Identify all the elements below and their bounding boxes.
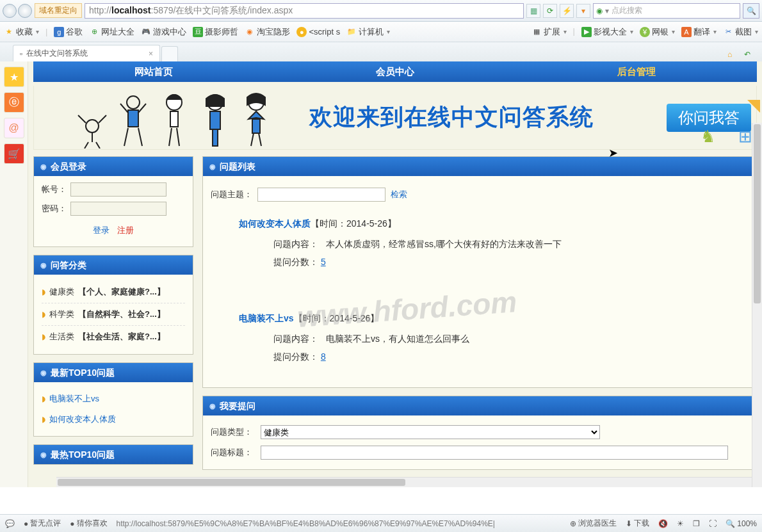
bookmark-photo[interactable]: 豆摄影师哲 [193, 26, 238, 38]
search-link[interactable]: 检索 [391, 189, 407, 200]
bank-menu[interactable]: ¥网银▾ [640, 26, 675, 38]
back-button[interactable] [3, 4, 17, 18]
translate-menu[interactable]: A翻译▾ [681, 26, 717, 38]
download[interactable]: ⬇ 下载 [626, 518, 649, 529]
category-row[interactable]: ◗生活类 【社会生活、家庭?...】 [42, 326, 185, 348]
nav-member[interactable]: 会员中心 [275, 61, 516, 82]
windows-icon[interactable]: ⊞ [738, 127, 752, 147]
fullscreen-icon[interactable]: ⛶ [709, 519, 717, 528]
url-host: localhost [111, 5, 150, 15]
hot10-panel: 最热TOP10问题 [33, 444, 193, 465]
video-menu[interactable]: ▶影视大全▾ [581, 26, 633, 38]
no-comment[interactable]: ● 暂无点评 [24, 518, 61, 529]
nav-admin[interactable]: 后台管理 [515, 61, 757, 82]
search-engine-icon[interactable]: ◉ [594, 6, 605, 15]
bookmark-url-all[interactable]: ⊕网址大全 [89, 26, 134, 38]
question-type-select[interactable]: 健康类 [261, 425, 600, 439]
screenshot-menu[interactable]: ✂截图▾ [723, 26, 758, 38]
restore-icon[interactable]: ↶ [744, 50, 756, 61]
svg-point-0 [86, 120, 99, 133]
points-label: 提问分数： [273, 257, 318, 267]
browser-doctor[interactable]: ⊕ 浏览器医生 [570, 518, 617, 529]
ext-menu[interactable]: ▦扩展▾ [531, 26, 567, 38]
hot10-panel-title: 最热TOP10问题 [34, 445, 193, 464]
bookmark-script[interactable]: ●<script s [296, 27, 340, 37]
content-text: 电脑装不上vs，有人知道怎么回事么 [326, 334, 469, 345]
comment-icon[interactable]: 💬 [5, 519, 15, 528]
question-subject-input[interactable] [261, 446, 728, 460]
nav-home[interactable]: 网站首页 [33, 61, 275, 82]
horizontal-scrollbar[interactable] [56, 477, 752, 487]
windows-icon[interactable]: ❐ [693, 519, 700, 528]
zoom[interactable]: 🔍 100% [726, 519, 757, 528]
workspace: ★ ⓔ @ 🛒 网站首页 会员中心 后台管理 ➤ 欢迎来到在线中文问答系统 你问… [0, 61, 762, 487]
search-label: 问题主题： [211, 189, 252, 200]
search-box[interactable]: ◉ ▾ 点此搜索 [593, 3, 740, 19]
bullet-icon: ◗ [42, 310, 45, 319]
content-text: 本人体质虚弱，经常感冒ss,哪个大侠有好的方法来改善一下 [326, 239, 562, 250]
top10-row[interactable]: ◗如何改变本人体质 [42, 409, 185, 430]
vertical-scrollbar[interactable] [752, 123, 762, 487]
sidebar-star-icon[interactable]: ★ [4, 67, 24, 87]
register-link[interactable]: 注册 [117, 225, 134, 235]
address-bar[interactable]: http://localhost:5879/在线中文问答系统/index.asp… [85, 3, 524, 19]
new-tab-button[interactable] [161, 46, 178, 61]
ask-form-panel: 我要提问 问题类型： 健康类 问题标题： [202, 396, 757, 470]
svg-rect-2 [128, 110, 138, 127]
content-label: 问题内容： [273, 334, 318, 345]
login-link[interactable]: 登录 [93, 225, 109, 235]
question-item: 电脑装不上vs【时间：2014-5-26】 问题内容：电脑装不上vs，有人知道怎… [239, 313, 749, 363]
tab-qa-system[interactable]: ▫ 在线中文问答系统 × [13, 45, 160, 61]
tab-strip: ▫ 在线中文问答系统 × ⌂ ↶ [0, 42, 762, 61]
dropdown-icon[interactable]: ▾ [576, 4, 590, 18]
favorites-menu[interactable]: ★收藏▾ [4, 26, 39, 38]
search-placeholder: 点此搜索 [609, 5, 740, 16]
forward-button[interactable] [18, 4, 32, 18]
question-time: 【时间：2014-5-26】 [294, 313, 380, 323]
site-top-nav: 网站首页 会员中心 后台管理 [33, 61, 757, 82]
category-row[interactable]: ◗科学类 【自然科学、社会?...】 [42, 303, 185, 326]
question-title-link[interactable]: 电脑装不上vs [239, 313, 294, 323]
password-input[interactable] [70, 202, 166, 216]
banner: 欢迎来到在线中文问答系统 你问我答 ♞ ⊞ [33, 86, 757, 150]
page-icon: ▫ [20, 49, 22, 58]
qr-icon[interactable]: ▦ [526, 4, 540, 18]
question-search-input[interactable] [257, 188, 385, 202]
guess-like[interactable]: ● 猜你喜欢 [70, 518, 107, 529]
bookmark-computer[interactable]: 📁计算机▾ [346, 26, 390, 38]
mute-icon[interactable]: 🔇 [658, 519, 668, 528]
sidebar-at-icon[interactable]: @ [4, 118, 24, 138]
question-title-link[interactable]: 如何改变本人体质 [239, 218, 311, 229]
points-link[interactable]: 5 [321, 257, 326, 267]
compat-icon[interactable]: ⚡ [560, 4, 574, 18]
question-list-panel: 问题列表 问题主题： 检索 如何改变本人体质【时间：2014-5-26】 问题内… [202, 156, 757, 388]
bullet-icon: ◗ [42, 415, 45, 424]
category-row[interactable]: ◗健康类 【个人、家庭健康?...】 [42, 281, 185, 303]
welcome-text: 欢迎来到在线中文问答系统 [309, 102, 667, 133]
home-icon[interactable]: ⌂ [727, 50, 739, 61]
svg-point-1 [127, 96, 140, 109]
sidebar-cart-icon[interactable]: 🛒 [4, 143, 24, 164]
ask-form-title: 我要提问 [203, 396, 756, 415]
tab-title: 在线中文问答系统 [26, 48, 88, 59]
bullet-icon: ◗ [42, 332, 45, 341]
refresh-icon[interactable]: ⟳ [543, 4, 557, 18]
sun-icon[interactable]: ☀ [677, 519, 684, 528]
svg-rect-7 [213, 129, 218, 146]
tab-close-icon[interactable]: × [149, 49, 153, 58]
top10-row[interactable]: ◗电脑装不上vs [42, 389, 185, 409]
username-input[interactable] [70, 182, 166, 197]
bookmark-taobao[interactable]: ◉淘宝隐形 [245, 26, 290, 38]
status-bar: 💬 ● 暂无点评 ● 猜你喜欢 http://localhost:5879/%E… [0, 514, 762, 532]
mini-sidebar: ★ ⓔ @ 🛒 [0, 61, 28, 487]
android-icon[interactable]: ♞ [701, 127, 715, 147]
sidebar-weibo-icon[interactable]: ⓔ [4, 92, 24, 113]
points-link[interactable]: 8 [321, 351, 326, 362]
search-button[interactable]: 🔍 [743, 3, 759, 19]
url-rest: :5879/在线中文问答系统/index.aspx [151, 5, 293, 15]
bookmark-google[interactable]: g谷歌 [54, 26, 83, 38]
content-label: 问题内容： [273, 239, 318, 250]
svg-rect-6 [210, 111, 220, 129]
page-content: 网站首页 会员中心 后台管理 ➤ 欢迎来到在线中文问答系统 你问我答 ♞ ⊞ [28, 61, 762, 487]
bookmark-games[interactable]: 🎮游戏中心 [141, 26, 186, 38]
